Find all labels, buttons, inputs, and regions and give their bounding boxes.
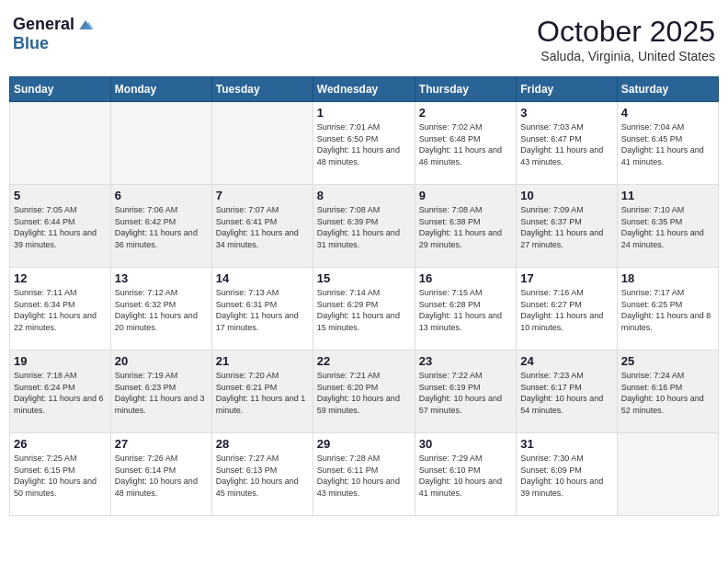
day-number: 2	[419, 106, 512, 120]
calendar-week-row: 1Sunrise: 7:01 AM Sunset: 6:50 PM Daylig…	[10, 102, 719, 185]
day-info: Sunrise: 7:07 AM Sunset: 6:41 PM Dayligh…	[216, 204, 309, 250]
table-row: 4Sunrise: 7:04 AM Sunset: 6:45 PM Daylig…	[617, 102, 718, 185]
calendar-week-row: 5Sunrise: 7:05 AM Sunset: 6:44 PM Daylig…	[10, 185, 719, 268]
day-number: 13	[115, 271, 208, 285]
day-info: Sunrise: 7:03 AM Sunset: 6:47 PM Dayligh…	[520, 121, 612, 167]
day-number: 17	[520, 271, 612, 285]
table-row: 1Sunrise: 7:01 AM Sunset: 6:50 PM Daylig…	[313, 102, 415, 185]
table-row	[110, 102, 211, 185]
day-number: 9	[419, 189, 512, 202]
table-row: 25Sunrise: 7:24 AM Sunset: 6:16 PM Dayli…	[617, 350, 718, 433]
day-number: 12	[14, 271, 107, 285]
calendar-header-row: Sunday Monday Tuesday Wednesday Thursday…	[10, 77, 719, 102]
day-info: Sunrise: 7:15 AM Sunset: 6:28 PM Dayligh…	[419, 287, 512, 333]
day-number: 5	[14, 189, 107, 202]
table-row: 6Sunrise: 7:06 AM Sunset: 6:42 PM Daylig…	[110, 185, 211, 268]
table-row: 14Sunrise: 7:13 AM Sunset: 6:31 PM Dayli…	[211, 268, 313, 350]
month-title: October 2025	[537, 15, 715, 49]
col-friday: Friday	[517, 77, 617, 102]
col-monday: Monday	[110, 77, 211, 102]
table-row	[617, 433, 718, 516]
day-number: 26	[14, 437, 107, 451]
logo-general: General	[13, 15, 74, 34]
table-row: 21Sunrise: 7:20 AM Sunset: 6:21 PM Dayli…	[211, 350, 313, 433]
table-row: 15Sunrise: 7:14 AM Sunset: 6:29 PM Dayli…	[313, 268, 415, 350]
table-row: 3Sunrise: 7:03 AM Sunset: 6:47 PM Daylig…	[517, 102, 617, 185]
day-number: 19	[14, 354, 107, 368]
day-info: Sunrise: 7:04 AM Sunset: 6:45 PM Dayligh…	[621, 121, 714, 167]
day-info: Sunrise: 7:11 AM Sunset: 6:34 PM Dayligh…	[14, 287, 107, 333]
day-number: 15	[317, 271, 411, 285]
table-row: 7Sunrise: 7:07 AM Sunset: 6:41 PM Daylig…	[211, 185, 313, 268]
table-row: 30Sunrise: 7:29 AM Sunset: 6:10 PM Dayli…	[415, 433, 516, 516]
calendar-table: Sunday Monday Tuesday Wednesday Thursday…	[9, 76, 719, 516]
table-row: 26Sunrise: 7:25 AM Sunset: 6:15 PM Dayli…	[10, 433, 111, 516]
table-row: 20Sunrise: 7:19 AM Sunset: 6:23 PM Dayli…	[110, 350, 211, 433]
day-number: 7	[216, 189, 309, 202]
table-row: 24Sunrise: 7:23 AM Sunset: 6:17 PM Dayli…	[517, 350, 617, 433]
day-info: Sunrise: 7:21 AM Sunset: 6:20 PM Dayligh…	[317, 370, 411, 416]
day-number: 21	[216, 354, 309, 368]
table-row: 22Sunrise: 7:21 AM Sunset: 6:20 PM Dayli…	[313, 350, 415, 433]
day-info: Sunrise: 7:17 AM Sunset: 6:25 PM Dayligh…	[621, 287, 714, 333]
day-number: 23	[419, 354, 512, 368]
day-info: Sunrise: 7:01 AM Sunset: 6:50 PM Dayligh…	[317, 121, 411, 167]
day-info: Sunrise: 7:20 AM Sunset: 6:21 PM Dayligh…	[216, 370, 309, 416]
day-number: 4	[621, 106, 714, 120]
day-number: 31	[520, 437, 612, 451]
table-row: 2Sunrise: 7:02 AM Sunset: 6:48 PM Daylig…	[415, 102, 516, 185]
table-row	[10, 102, 111, 185]
table-row: 9Sunrise: 7:08 AM Sunset: 6:38 PM Daylig…	[415, 185, 516, 268]
table-row: 31Sunrise: 7:30 AM Sunset: 6:09 PM Dayli…	[517, 433, 617, 516]
day-info: Sunrise: 7:22 AM Sunset: 6:19 PM Dayligh…	[419, 370, 512, 416]
table-row: 13Sunrise: 7:12 AM Sunset: 6:32 PM Dayli…	[110, 268, 211, 350]
table-row: 29Sunrise: 7:28 AM Sunset: 6:11 PM Dayli…	[313, 433, 415, 516]
day-info: Sunrise: 7:05 AM Sunset: 6:44 PM Dayligh…	[14, 204, 107, 250]
day-info: Sunrise: 7:19 AM Sunset: 6:23 PM Dayligh…	[115, 370, 208, 416]
table-row: 8Sunrise: 7:08 AM Sunset: 6:39 PM Daylig…	[313, 185, 415, 268]
day-info: Sunrise: 7:16 AM Sunset: 6:27 PM Dayligh…	[520, 287, 612, 333]
page-header: General Blue October 2025 Saluda, Virgin…	[9, 9, 719, 69]
day-info: Sunrise: 7:14 AM Sunset: 6:29 PM Dayligh…	[317, 287, 411, 333]
day-info: Sunrise: 7:12 AM Sunset: 6:32 PM Dayligh…	[115, 287, 208, 333]
day-number: 10	[520, 189, 612, 202]
table-row: 19Sunrise: 7:18 AM Sunset: 6:24 PM Dayli…	[10, 350, 111, 433]
day-info: Sunrise: 7:28 AM Sunset: 6:11 PM Dayligh…	[317, 453, 411, 499]
col-saturday: Saturday	[617, 77, 718, 102]
calendar-week-row: 12Sunrise: 7:11 AM Sunset: 6:34 PM Dayli…	[10, 268, 719, 350]
table-row: 23Sunrise: 7:22 AM Sunset: 6:19 PM Dayli…	[415, 350, 516, 433]
day-number: 1	[317, 106, 411, 120]
day-number: 8	[317, 189, 411, 202]
table-row: 27Sunrise: 7:26 AM Sunset: 6:14 PM Dayli…	[110, 433, 211, 516]
table-row	[211, 102, 313, 185]
day-info: Sunrise: 7:08 AM Sunset: 6:38 PM Dayligh…	[419, 204, 512, 250]
calendar-week-row: 26Sunrise: 7:25 AM Sunset: 6:15 PM Dayli…	[10, 433, 719, 516]
day-info: Sunrise: 7:10 AM Sunset: 6:35 PM Dayligh…	[621, 204, 714, 250]
table-row: 18Sunrise: 7:17 AM Sunset: 6:25 PM Dayli…	[617, 268, 718, 350]
day-info: Sunrise: 7:09 AM Sunset: 6:37 PM Dayligh…	[520, 204, 612, 250]
day-number: 14	[216, 271, 309, 285]
logo: General Blue	[13, 15, 95, 53]
day-number: 25	[621, 354, 714, 368]
col-tuesday: Tuesday	[211, 77, 313, 102]
day-info: Sunrise: 7:29 AM Sunset: 6:10 PM Dayligh…	[419, 453, 512, 499]
day-info: Sunrise: 7:27 AM Sunset: 6:13 PM Dayligh…	[216, 453, 309, 499]
table-row: 12Sunrise: 7:11 AM Sunset: 6:34 PM Dayli…	[10, 268, 111, 350]
day-info: Sunrise: 7:13 AM Sunset: 6:31 PM Dayligh…	[216, 287, 309, 333]
logo-icon	[76, 16, 95, 34]
logo-blue: Blue	[13, 34, 49, 53]
day-info: Sunrise: 7:30 AM Sunset: 6:09 PM Dayligh…	[520, 453, 612, 499]
day-number: 6	[115, 189, 208, 202]
day-number: 20	[115, 354, 208, 368]
day-info: Sunrise: 7:18 AM Sunset: 6:24 PM Dayligh…	[14, 370, 107, 416]
title-section: October 2025 Saluda, Virginia, United St…	[537, 15, 715, 63]
table-row: 10Sunrise: 7:09 AM Sunset: 6:37 PM Dayli…	[517, 185, 617, 268]
table-row: 16Sunrise: 7:15 AM Sunset: 6:28 PM Dayli…	[415, 268, 516, 350]
location: Saluda, Virginia, United States	[537, 49, 715, 63]
calendar-week-row: 19Sunrise: 7:18 AM Sunset: 6:24 PM Dayli…	[10, 350, 719, 433]
col-wednesday: Wednesday	[313, 77, 415, 102]
table-row: 11Sunrise: 7:10 AM Sunset: 6:35 PM Dayli…	[617, 185, 718, 268]
day-info: Sunrise: 7:25 AM Sunset: 6:15 PM Dayligh…	[14, 453, 107, 499]
day-info: Sunrise: 7:06 AM Sunset: 6:42 PM Dayligh…	[115, 204, 208, 250]
day-info: Sunrise: 7:26 AM Sunset: 6:14 PM Dayligh…	[115, 453, 208, 499]
